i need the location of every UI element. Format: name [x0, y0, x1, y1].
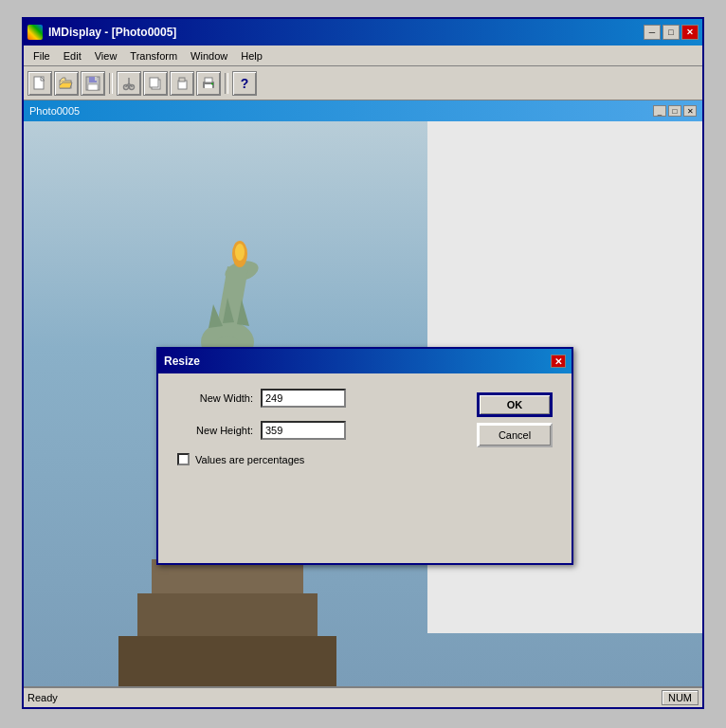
- content-area: Resize ✕ New Width: New Height: Values: [24, 121, 702, 688]
- svg-rect-35: [152, 559, 303, 597]
- menu-transform[interactable]: Transform: [124, 48, 183, 64]
- doc-close-button[interactable]: ✕: [683, 105, 697, 117]
- open-button[interactable]: [54, 71, 79, 96]
- dialog-body: New Width: New Height: Values are percen…: [158, 373, 572, 481]
- paste-button[interactable]: [170, 71, 194, 96]
- checkbox-label: Values are percentages: [195, 454, 304, 465]
- svg-rect-4: [95, 77, 97, 81]
- maximize-button[interactable]: □: [662, 25, 680, 40]
- width-label: New Width:: [177, 392, 253, 404]
- menu-window[interactable]: Window: [185, 48, 233, 64]
- svg-rect-5: [88, 84, 98, 90]
- resize-dialog: Resize ✕ New Width: New Height: Values: [156, 347, 573, 565]
- status-text: Ready: [27, 692, 662, 703]
- svg-point-18: [211, 82, 213, 84]
- document-title: Photo0005: [29, 105, 80, 117]
- ok-button[interactable]: OK: [477, 392, 553, 417]
- svg-rect-12: [150, 78, 158, 87]
- cut-button[interactable]: [117, 71, 141, 96]
- app-title: IMDisplay - [Photo0005]: [46, 26, 640, 39]
- status-bar: Ready NUM: [24, 686, 702, 707]
- doc-restore-button[interactable]: □: [668, 105, 681, 117]
- print-button[interactable]: [196, 71, 221, 96]
- minimize-button[interactable]: ─: [644, 25, 661, 40]
- copy-button[interactable]: [143, 71, 168, 96]
- title-bar-buttons: ─ □ ✕: [644, 25, 699, 40]
- dialog-title-bar: Resize ✕: [158, 349, 572, 373]
- dialog-close-button[interactable]: ✕: [551, 355, 566, 368]
- dialog-title: Resize: [164, 355, 551, 368]
- svg-rect-16: [205, 84, 212, 88]
- secondary-buttons: _ □ ✕: [653, 105, 697, 117]
- app-icon: [27, 25, 43, 40]
- width-input[interactable]: [261, 389, 346, 408]
- svg-rect-17: [205, 78, 212, 82]
- svg-rect-37: [118, 636, 336, 688]
- svg-rect-36: [137, 593, 318, 641]
- menu-bar: File Edit View Transform Window Help: [24, 46, 702, 66]
- height-input[interactable]: [261, 421, 346, 440]
- close-button[interactable]: ✕: [681, 25, 699, 40]
- height-field-row: New Height:: [177, 421, 458, 440]
- toolbar: ?: [24, 66, 702, 100]
- height-label: New Height:: [177, 425, 253, 436]
- menu-view[interactable]: View: [89, 48, 123, 64]
- new-button[interactable]: [27, 71, 52, 96]
- num-indicator: NUM: [662, 690, 699, 705]
- menu-file[interactable]: File: [27, 48, 56, 64]
- dialog-fields: New Width: New Height: Values are percen…: [177, 389, 458, 465]
- toolbar-sep-1: [109, 73, 113, 94]
- title-bar: IMDisplay - [Photo0005] ─ □ ✕: [24, 19, 702, 46]
- save-button[interactable]: [81, 71, 105, 96]
- checkbox-row: Values are percentages: [177, 453, 458, 465]
- dialog-buttons: OK Cancel: [477, 389, 553, 465]
- svg-point-21: [235, 244, 245, 261]
- cancel-button[interactable]: Cancel: [477, 423, 553, 447]
- doc-minimize-button[interactable]: _: [653, 105, 666, 117]
- width-field-row: New Width:: [177, 389, 458, 408]
- menu-edit[interactable]: Edit: [58, 48, 87, 64]
- svg-rect-14: [179, 78, 185, 82]
- app-window: IMDisplay - [Photo0005] ─ □ ✕ File Edit …: [22, 17, 704, 709]
- percentages-checkbox[interactable]: [177, 453, 190, 465]
- toolbar-sep-2: [225, 73, 228, 94]
- menu-help[interactable]: Help: [235, 48, 268, 64]
- help-button[interactable]: ?: [232, 71, 257, 96]
- secondary-title-bar: Photo0005 _ □ ✕: [24, 100, 702, 121]
